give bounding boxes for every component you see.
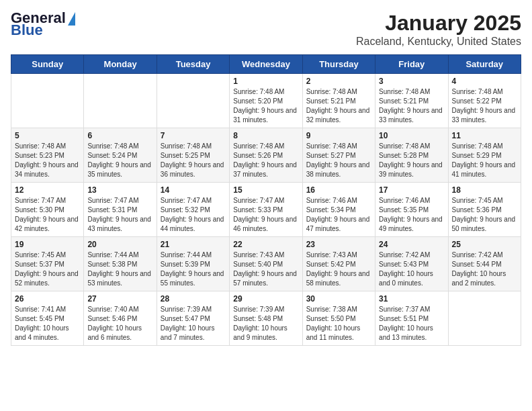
day-number: 9	[306, 131, 371, 140]
calendar-title: January 2025	[356, 11, 521, 36]
calendar-cell: 9Sunrise: 7:48 AM Sunset: 5:27 PM Daylig…	[302, 128, 375, 183]
day-info: Sunrise: 7:48 AM Sunset: 5:21 PM Dayligh…	[379, 87, 444, 125]
day-number: 14	[161, 185, 226, 195]
calendar-cell: 8Sunrise: 7:48 AM Sunset: 5:26 PM Daylig…	[230, 128, 302, 183]
day-number: 25	[452, 240, 517, 249]
day-number: 7	[161, 131, 226, 140]
day-number: 6	[87, 131, 152, 140]
calendar-cell: 6Sunrise: 7:48 AM Sunset: 5:24 PM Daylig…	[84, 128, 157, 183]
calendar-cell	[84, 74, 157, 128]
day-number: 23	[306, 240, 371, 249]
calendar-cell: 19Sunrise: 7:45 AM Sunset: 5:37 PM Dayli…	[11, 237, 84, 291]
calendar-subtitle: Raceland, Kentucky, United States	[356, 36, 521, 48]
day-number: 27	[87, 294, 152, 304]
logo: General Blue	[11, 11, 75, 38]
day-number: 8	[233, 131, 298, 140]
day-header-friday: Friday	[375, 55, 448, 74]
day-header-thursday: Thursday	[302, 55, 375, 74]
day-info: Sunrise: 7:47 AM Sunset: 5:33 PM Dayligh…	[233, 196, 298, 234]
calendar-table: SundayMondayTuesdayWednesdayThursdayFrid…	[11, 54, 521, 346]
day-info: Sunrise: 7:43 AM Sunset: 5:40 PM Dayligh…	[233, 250, 298, 288]
day-info: Sunrise: 7:38 AM Sunset: 5:50 PM Dayligh…	[306, 305, 371, 342]
day-header-wednesday: Wednesday	[230, 55, 302, 74]
calendar-cell: 16Sunrise: 7:46 AM Sunset: 5:34 PM Dayli…	[302, 183, 375, 237]
calendar-cell: 12Sunrise: 7:47 AM Sunset: 5:30 PM Dayli…	[11, 183, 84, 237]
day-number: 5	[15, 131, 80, 140]
day-number: 26	[15, 294, 80, 304]
day-info: Sunrise: 7:46 AM Sunset: 5:35 PM Dayligh…	[379, 196, 444, 234]
day-header-tuesday: Tuesday	[157, 55, 229, 74]
calendar-cell: 5Sunrise: 7:48 AM Sunset: 5:23 PM Daylig…	[11, 128, 84, 183]
calendar-cell: 29Sunrise: 7:39 AM Sunset: 5:48 PM Dayli…	[230, 291, 302, 346]
day-number: 1	[233, 77, 298, 86]
day-number: 16	[306, 185, 371, 195]
calendar-cell: 3Sunrise: 7:48 AM Sunset: 5:21 PM Daylig…	[375, 74, 448, 128]
day-number: 28	[161, 294, 226, 304]
day-info: Sunrise: 7:48 AM Sunset: 5:22 PM Dayligh…	[452, 87, 517, 125]
day-info: Sunrise: 7:48 AM Sunset: 5:21 PM Dayligh…	[306, 87, 371, 125]
calendar-cell: 23Sunrise: 7:43 AM Sunset: 5:42 PM Dayli…	[302, 237, 375, 291]
day-info: Sunrise: 7:48 AM Sunset: 5:27 PM Dayligh…	[306, 142, 371, 179]
calendar-cell: 25Sunrise: 7:42 AM Sunset: 5:44 PM Dayli…	[448, 237, 521, 291]
day-number: 30	[306, 294, 371, 304]
calendar-cell: 21Sunrise: 7:44 AM Sunset: 5:39 PM Dayli…	[157, 237, 229, 291]
day-number: 24	[379, 240, 444, 249]
calendar-cell: 10Sunrise: 7:48 AM Sunset: 5:28 PM Dayli…	[375, 128, 448, 183]
calendar-cell: 17Sunrise: 7:46 AM Sunset: 5:35 PM Dayli…	[375, 183, 448, 237]
calendar-cell: 18Sunrise: 7:45 AM Sunset: 5:36 PM Dayli…	[448, 183, 521, 237]
day-info: Sunrise: 7:48 AM Sunset: 5:23 PM Dayligh…	[15, 142, 80, 179]
day-info: Sunrise: 7:48 AM Sunset: 5:20 PM Dayligh…	[233, 87, 298, 125]
calendar-cell: 24Sunrise: 7:42 AM Sunset: 5:43 PM Dayli…	[375, 237, 448, 291]
calendar-cell: 27Sunrise: 7:40 AM Sunset: 5:46 PM Dayli…	[84, 291, 157, 346]
day-header-monday: Monday	[84, 55, 157, 74]
day-number: 4	[452, 77, 517, 86]
calendar-cell: 7Sunrise: 7:48 AM Sunset: 5:25 PM Daylig…	[157, 128, 229, 183]
day-info: Sunrise: 7:45 AM Sunset: 5:36 PM Dayligh…	[452, 196, 517, 234]
calendar-cell: 2Sunrise: 7:48 AM Sunset: 5:21 PM Daylig…	[302, 74, 375, 128]
day-info: Sunrise: 7:39 AM Sunset: 5:48 PM Dayligh…	[233, 305, 298, 342]
day-info: Sunrise: 7:46 AM Sunset: 5:34 PM Dayligh…	[306, 196, 371, 234]
day-info: Sunrise: 7:42 AM Sunset: 5:43 PM Dayligh…	[379, 250, 444, 288]
day-info: Sunrise: 7:37 AM Sunset: 5:51 PM Dayligh…	[379, 305, 444, 342]
logo-text-blue: Blue	[11, 23, 75, 38]
day-number: 13	[87, 185, 152, 195]
calendar-cell	[448, 291, 521, 346]
day-number: 22	[233, 240, 298, 249]
day-info: Sunrise: 7:48 AM Sunset: 5:26 PM Dayligh…	[233, 142, 298, 179]
page-header: General Blue January 2025 Raceland, Kent…	[11, 11, 521, 48]
day-header-saturday: Saturday	[448, 55, 521, 74]
calendar-cell: 15Sunrise: 7:47 AM Sunset: 5:33 PM Dayli…	[230, 183, 302, 237]
day-number: 18	[452, 185, 517, 195]
day-number: 21	[161, 240, 226, 249]
calendar-cell: 20Sunrise: 7:44 AM Sunset: 5:38 PM Dayli…	[84, 237, 157, 291]
day-info: Sunrise: 7:48 AM Sunset: 5:28 PM Dayligh…	[379, 142, 444, 179]
day-info: Sunrise: 7:43 AM Sunset: 5:42 PM Dayligh…	[306, 250, 371, 288]
day-number: 12	[15, 185, 80, 195]
day-info: Sunrise: 7:47 AM Sunset: 5:32 PM Dayligh…	[161, 196, 226, 234]
day-number: 11	[452, 131, 517, 140]
day-number: 15	[233, 185, 298, 195]
calendar-week-1: 1Sunrise: 7:48 AM Sunset: 5:20 PM Daylig…	[11, 74, 521, 128]
calendar-header-row: SundayMondayTuesdayWednesdayThursdayFrid…	[11, 55, 521, 74]
day-info: Sunrise: 7:48 AM Sunset: 5:24 PM Dayligh…	[87, 142, 152, 179]
day-info: Sunrise: 7:47 AM Sunset: 5:30 PM Dayligh…	[15, 196, 80, 234]
calendar-cell: 13Sunrise: 7:47 AM Sunset: 5:31 PM Dayli…	[84, 183, 157, 237]
day-info: Sunrise: 7:42 AM Sunset: 5:44 PM Dayligh…	[452, 250, 517, 288]
calendar-cell: 26Sunrise: 7:41 AM Sunset: 5:45 PM Dayli…	[11, 291, 84, 346]
calendar-cell: 30Sunrise: 7:38 AM Sunset: 5:50 PM Dayli…	[302, 291, 375, 346]
day-number: 10	[379, 131, 444, 140]
calendar-cell	[11, 74, 84, 128]
calendar-week-4: 19Sunrise: 7:45 AM Sunset: 5:37 PM Dayli…	[11, 237, 521, 291]
day-number: 19	[15, 240, 80, 249]
day-number: 3	[379, 77, 444, 86]
title-block: January 2025 Raceland, Kentucky, United …	[356, 11, 521, 48]
day-number: 17	[379, 185, 444, 195]
day-info: Sunrise: 7:48 AM Sunset: 5:29 PM Dayligh…	[452, 142, 517, 179]
day-info: Sunrise: 7:44 AM Sunset: 5:38 PM Dayligh…	[87, 250, 152, 288]
calendar-week-5: 26Sunrise: 7:41 AM Sunset: 5:45 PM Dayli…	[11, 291, 521, 346]
calendar-week-3: 12Sunrise: 7:47 AM Sunset: 5:30 PM Dayli…	[11, 183, 521, 237]
day-info: Sunrise: 7:48 AM Sunset: 5:25 PM Dayligh…	[161, 142, 226, 179]
logo-icon: General Blue	[11, 11, 75, 38]
day-number: 2	[306, 77, 371, 86]
day-header-sunday: Sunday	[11, 55, 84, 74]
